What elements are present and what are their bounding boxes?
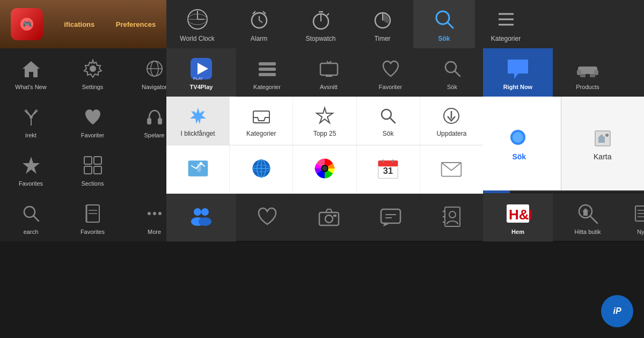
svg-rect-93 [319, 212, 339, 225]
sections-cell[interactable]: Sections [62, 145, 123, 193]
avsnitt-label: Avsnitt [320, 84, 338, 90]
kategorier-top-label: Kategorier [491, 35, 521, 42]
left-row-4: earch Favorites [0, 193, 166, 241]
svg-rect-48 [259, 62, 276, 65]
left-row-2: irekt Favoriter [0, 97, 166, 145]
sok-row1-label: Sök [447, 84, 457, 90]
search-row4-cell[interactable]: earch [0, 193, 62, 241]
camera-cell[interactable] [298, 193, 360, 241]
sok-row1-cell[interactable]: Sök [421, 48, 483, 97]
timer-icon-cell[interactable]: Timer [352, 0, 413, 48]
alarm-icon-cell[interactable]: Alarm [228, 0, 290, 48]
svg-point-94 [325, 215, 333, 223]
avsnitt-cell[interactable]: Avsnitt [298, 48, 360, 97]
settings-cell[interactable]: Settings [62, 48, 123, 97]
kategorier-dd-item[interactable]: Kategorier [230, 97, 293, 145]
chat-cell[interactable] [360, 193, 421, 241]
tv4play-label: TV4Play [190, 84, 213, 90]
favorites-row3-cell[interactable]: Favorites [0, 145, 62, 193]
heart-outline-cell[interactable] [236, 193, 298, 241]
mail-dd-item[interactable] [420, 145, 483, 194]
left-row-3: Favorites Sections [0, 145, 166, 193]
whats-new-cell[interactable]: What's New [0, 48, 62, 97]
dropdown-apps-row: 31 [166, 145, 483, 194]
contacts-cell[interactable] [421, 193, 483, 241]
calendar31-icon: 31 [376, 157, 400, 180]
globe-color-icon [250, 157, 273, 180]
hitta-butik-cell[interactable]: Hitta butik [553, 193, 623, 241]
karta-panel-btn[interactable]: Karta [561, 97, 645, 190]
sok-dd-item[interactable]: Sök [357, 97, 420, 145]
map-dd-item[interactable] [166, 145, 230, 194]
favorites-row3-label: Favorites [19, 180, 43, 187]
hem-label: Hem [511, 229, 524, 235]
svg-rect-33 [94, 157, 101, 164]
kategorier-icon-cell[interactable]: Kategorier [475, 0, 537, 48]
app-icon-decorative: 🎮 [11, 8, 43, 40]
notifications-btn[interactable]: ifications [64, 20, 94, 28]
home-icon [18, 55, 45, 82]
color-wheel-item[interactable] [293, 145, 356, 194]
stopwatch-label: Stopwatch [305, 35, 335, 42]
products-cell[interactable]: Products [553, 48, 623, 97]
hitta-butik-label: Hitta butik [575, 229, 601, 235]
svg-point-42 [148, 212, 151, 215]
hem-cell[interactable]: H&M Hem [483, 193, 553, 241]
favoriter-row1-label: Favoriter [379, 84, 402, 90]
svg-text:H&M: H&M [509, 207, 531, 223]
heart-outline-icon [254, 203, 281, 230]
svg-line-9 [259, 20, 262, 23]
camera-icon [316, 203, 342, 230]
uppdatera-item[interactable]: Uppdatera [420, 97, 483, 145]
globe-dd-item[interactable] [230, 145, 293, 194]
sok-panel-btn[interactable]: Sök [478, 97, 561, 190]
more-dots-icon [141, 200, 168, 227]
svg-rect-58 [580, 74, 586, 77]
people-cell[interactable] [166, 193, 236, 241]
spelare-label: Spelare [144, 132, 165, 138]
favorites-row4-cell[interactable]: Favorites [62, 193, 123, 241]
svg-rect-51 [320, 63, 338, 75]
karta-panel-icon [591, 127, 614, 150]
preferences-btn[interactable]: Preferences [116, 20, 156, 28]
search-dd-icon [376, 104, 400, 128]
sok-icon-cell[interactable]: Sök [413, 0, 475, 48]
gear-icon [79, 55, 106, 82]
svg-point-92 [199, 217, 211, 226]
alarm-label: Alarm [251, 35, 267, 42]
calendar31-item[interactable]: 31 [357, 145, 420, 194]
favorites-row4-label: Favorites [80, 229, 105, 235]
favoriter-row2-cell[interactable]: Favoriter [62, 97, 123, 145]
svg-line-37 [33, 216, 39, 221]
direkt-cell[interactable]: irekt [0, 97, 62, 145]
i-blickfanget-icon [186, 104, 210, 128]
i-blickfanget-item[interactable]: I blickfånget [166, 97, 230, 145]
svg-text:PLAY: PLAY [193, 77, 203, 80]
products-label: Products [576, 84, 599, 90]
svg-rect-95 [333, 215, 336, 217]
alarm-icon [246, 6, 273, 33]
uppdatera-label: Uppdatera [436, 130, 466, 137]
tv-icon [316, 55, 342, 82]
nyhe-cell[interactable]: Nyhe [623, 193, 644, 241]
star-dd-icon [313, 104, 336, 128]
tv4play-cell[interactable]: PLAY TV4Play [166, 48, 236, 97]
search-row1-icon [439, 55, 466, 82]
chat-icon [377, 203, 404, 230]
sections-label: Sections [81, 180, 104, 187]
stopwatch-icon-cell[interactable]: Stopwatch [290, 0, 352, 48]
antenna-icon [18, 104, 45, 130]
kategorier-row1-cell[interactable]: Kategorier [236, 48, 298, 97]
topp25-item[interactable]: Topp 25 [293, 97, 356, 145]
favoriter-row1-cell[interactable]: Favoriter [360, 48, 421, 97]
svg-point-100 [449, 211, 456, 218]
ip-badge[interactable]: iP [601, 295, 633, 327]
world-clock-icon-cell[interactable]: World Clock [166, 0, 228, 48]
svg-rect-50 [259, 73, 276, 76]
topp25-label: Topp 25 [313, 130, 336, 137]
heart-icon [79, 104, 106, 130]
svg-rect-59 [590, 74, 595, 77]
top-bar: 🎮 ifications Preferences World Clock [0, 0, 644, 48]
right-now-cell[interactable]: Right Now [483, 48, 553, 97]
navigator-label: Navigator [142, 84, 167, 90]
